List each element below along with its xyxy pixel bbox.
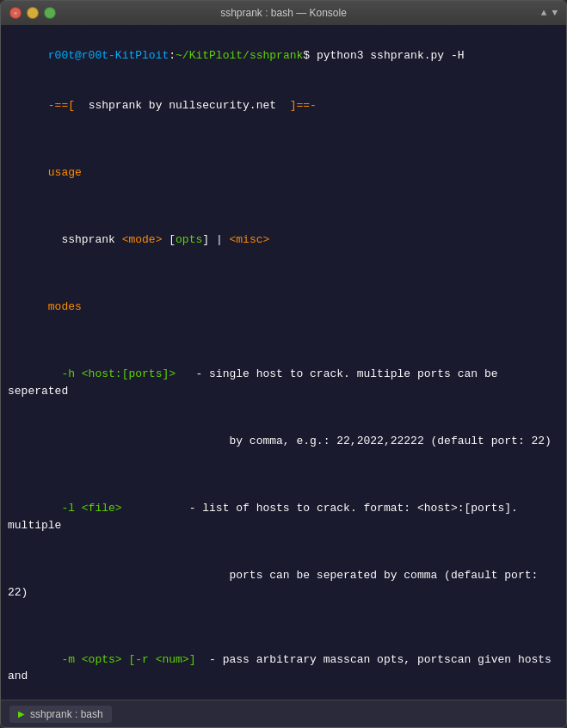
mode-m-line1: -m <opts> [-r <num>] - pass arbitrary ma… <box>8 634 559 700</box>
scroll-up-icon[interactable]: ▲ <box>541 8 547 18</box>
terminal-icon: ▶ <box>18 709 25 719</box>
blank6 <box>8 618 559 635</box>
statusbar: ▶ sshprank : bash <box>1 700 566 727</box>
blank4 <box>8 332 559 349</box>
blank2 <box>8 198 559 215</box>
titlebar: × sshprank : bash — Konsole ▲ ▼ <box>1 1 566 25</box>
statusbar-tab[interactable]: ▶ sshprank : bash <box>9 706 112 723</box>
blank1 <box>8 131 559 148</box>
command: python3 sshprank.py -H <box>317 49 465 62</box>
mode-l-line2: ports can be seperated by comma (default… <box>8 551 559 618</box>
konsole-window: × sshprank : bash — Konsole ▲ ▼ r00t@r00… <box>0 0 567 728</box>
banner-line: -==[ sshprank by nullsecurity.net ]==- <box>8 81 559 132</box>
usage-cmd: sshprank <mode> [opts] | <misc> <box>8 215 559 266</box>
maximize-button[interactable] <box>44 7 56 19</box>
mode-l-line1: -l <file> - list of hosts to crack. form… <box>8 484 559 551</box>
usage-label: usage <box>8 148 559 199</box>
close-icon: × <box>14 9 18 17</box>
window-title: sshprank : bash — Konsole <box>220 7 347 19</box>
scroll-down-icon[interactable]: ▼ <box>552 8 558 18</box>
window-controls[interactable]: × <box>9 7 56 19</box>
prompt-line: r00t@r00t-KitPloit:~/KitPloit/sshprank$ … <box>8 30 559 81</box>
close-button[interactable]: × <box>9 7 22 19</box>
blank5 <box>8 466 559 484</box>
path: ~/KitPloit/sshprank <box>176 49 303 62</box>
minimize-button[interactable] <box>27 7 39 19</box>
terminal-output[interactable]: r00t@r00t-KitPloit:~/KitPloit/sshprank$ … <box>1 25 566 700</box>
statusbar-label: sshprank : bash <box>30 708 103 720</box>
titlebar-right-controls: ▲ ▼ <box>541 8 558 18</box>
mode-h-line2: by comma, e.g.: 22,2022,22222 (default p… <box>8 416 559 467</box>
modes-label: modes <box>8 282 559 333</box>
blank3 <box>8 265 559 282</box>
mode-h-line1: -h <host:[ports]> - single host to crack… <box>8 349 559 416</box>
user-host: r00t@r00t-KitPloit <box>48 49 169 62</box>
